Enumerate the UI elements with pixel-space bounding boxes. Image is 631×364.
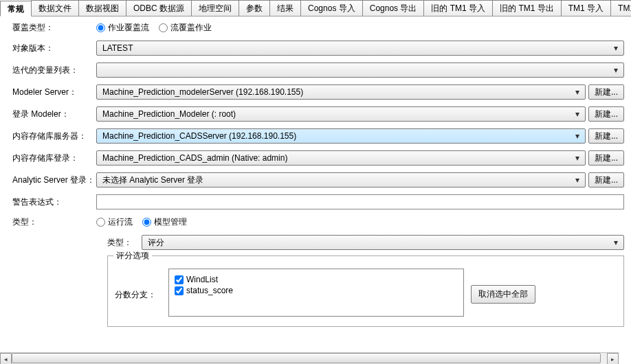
score-item-status-score-label: status_score bbox=[186, 286, 233, 295]
chevron-down-icon: ▾ bbox=[611, 43, 621, 53]
label-override-type: 覆盖类型： bbox=[12, 22, 96, 34]
tab-params[interactable]: 参数 bbox=[239, 0, 270, 16]
combo-login-modeler-value: Machine_Prediction_Modeler (: root) bbox=[102, 109, 573, 119]
tab-old-tm1-export[interactable]: 旧的 TM1 导出 bbox=[492, 0, 562, 16]
combo-modeler-server-value: Machine_Prediction_modelerServer (192.16… bbox=[102, 87, 573, 97]
label-analytic-server-login: Analytic Server 登录： bbox=[12, 174, 96, 186]
label-object-version: 对象版本： bbox=[12, 43, 96, 54]
radio-job-overrides-stream-input[interactable] bbox=[96, 23, 105, 32]
label-content-repo-server: 内容存储库服务器： bbox=[12, 130, 96, 142]
tab-tm1-import[interactable]: TM1 导入 bbox=[561, 0, 611, 16]
label-content-repo-login: 内容存储库登录： bbox=[12, 152, 96, 164]
label-subtype: 类型： bbox=[107, 237, 142, 249]
scroll-thumb[interactable] bbox=[12, 353, 601, 363]
radio-job-overrides-stream[interactable]: 作业覆盖流 bbox=[96, 22, 149, 34]
chevron-down-icon: ▾ bbox=[573, 153, 582, 163]
tab-cognos-import[interactable]: Cognos 导入 bbox=[300, 0, 363, 16]
label-modeler-server: Modeler Server： bbox=[12, 87, 96, 98]
triangle-left-icon: ◂ bbox=[4, 356, 8, 363]
radio-run-stream-input[interactable] bbox=[96, 218, 105, 227]
tab-geospatial[interactable]: 地理空间 bbox=[191, 0, 239, 16]
horizontal-scrollbar[interactable]: ◂ ▸ bbox=[0, 352, 619, 364]
score-item-status-score-checkbox[interactable] bbox=[175, 286, 184, 295]
combo-content-repo-login[interactable]: Machine_Prediction_CADS_admin (Native: a… bbox=[96, 150, 586, 166]
combo-analytic-server-login-value: 未选择 Analytic Server 登录 bbox=[102, 174, 573, 186]
scroll-left-button[interactable]: ◂ bbox=[0, 353, 12, 364]
score-branch-listbox[interactable]: WindList status_score bbox=[168, 269, 464, 317]
combo-content-repo-server-value: Machine_Prediction_CADSServer (192.168.1… bbox=[102, 131, 573, 141]
chevron-down-icon: ▾ bbox=[573, 131, 582, 141]
combo-analytic-server-login[interactable]: 未选择 Analytic Server 登录 ▾ bbox=[96, 172, 586, 187]
chevron-down-icon: ▾ bbox=[611, 65, 621, 75]
content-area: 覆盖类型： 作业覆盖流 流覆盖作业 对象版本： LATEST ▾ 迭代的变量列表… bbox=[0, 16, 631, 345]
chevron-down-icon: ▾ bbox=[573, 87, 582, 97]
label-score-branch: 分数分支： bbox=[115, 269, 168, 301]
scroll-track[interactable] bbox=[12, 353, 607, 364]
chevron-down-icon: ▾ bbox=[573, 109, 582, 119]
score-options-fieldset: 评分选项 分数分支： WindList status_score 取消选中全部 bbox=[107, 255, 624, 327]
radio-job-overrides-stream-label: 作业覆盖流 bbox=[108, 22, 149, 34]
radio-model-management-label: 模型管理 bbox=[154, 216, 187, 228]
new-content-repo-login-button[interactable]: 新建... bbox=[588, 150, 624, 166]
radio-stream-overrides-job-input[interactable] bbox=[159, 23, 168, 32]
combo-modeler-server[interactable]: Machine_Prediction_modelerServer (192.16… bbox=[96, 84, 586, 100]
tab-general[interactable]: 常规 bbox=[0, 1, 32, 16]
label-iter-var-list: 迭代的变量列表： bbox=[12, 65, 96, 76]
new-login-modeler-button[interactable]: 新建... bbox=[588, 106, 624, 122]
combo-content-repo-login-value: Machine_Prediction_CADS_admin (Native: a… bbox=[102, 153, 573, 163]
combo-iter-var-list[interactable]: ▾ bbox=[96, 62, 624, 78]
label-login-modeler: 登录 Modeler： bbox=[12, 109, 96, 120]
tab-results[interactable]: 结果 bbox=[269, 0, 301, 16]
combo-content-repo-server[interactable]: Machine_Prediction_CADSServer (192.168.1… bbox=[96, 128, 586, 144]
score-item-windlist[interactable]: WindList bbox=[175, 275, 458, 284]
new-analytic-server-login-button[interactable]: 新建... bbox=[588, 172, 624, 187]
tab-old-tm1-import[interactable]: 旧的 TM1 导入 bbox=[423, 0, 493, 16]
score-item-status-score[interactable]: status_score bbox=[175, 286, 458, 295]
warning-expr-input[interactable] bbox=[96, 194, 624, 209]
combo-subtype[interactable]: 评分 ▾ bbox=[142, 235, 624, 250]
radio-stream-overrides-job-label: 流覆盖作业 bbox=[170, 22, 212, 34]
label-type: 类型： bbox=[12, 216, 96, 228]
radio-model-management[interactable]: 模型管理 bbox=[142, 216, 187, 228]
new-modeler-server-button[interactable]: 新建... bbox=[588, 84, 624, 100]
tab-tm1-export-truncated[interactable]: TM1 导 bbox=[610, 0, 631, 16]
score-item-windlist-checkbox[interactable] bbox=[175, 275, 184, 284]
model-management-panel: 类型： 评分 ▾ 评分选项 分数分支： WindList status_scor… bbox=[107, 235, 624, 327]
score-options-legend: 评分选项 bbox=[113, 250, 152, 262]
radio-stream-overrides-job[interactable]: 流覆盖作业 bbox=[159, 22, 212, 34]
combo-login-modeler[interactable]: Machine_Prediction_Modeler (: root) ▾ bbox=[96, 106, 586, 122]
radio-run-stream-label: 运行流 bbox=[108, 216, 133, 228]
tab-cognos-export[interactable]: Cognos 导出 bbox=[362, 0, 425, 16]
combo-object-version[interactable]: LATEST ▾ bbox=[96, 41, 624, 56]
tab-odbc[interactable]: ODBC 数据源 bbox=[126, 0, 192, 16]
combo-subtype-value: 评分 bbox=[148, 237, 611, 249]
chevron-down-icon: ▾ bbox=[611, 238, 621, 247]
chevron-down-icon: ▾ bbox=[573, 175, 582, 185]
radio-run-stream[interactable]: 运行流 bbox=[96, 216, 133, 228]
triangle-right-icon: ▸ bbox=[611, 356, 615, 363]
label-warning-expr: 警告表达式： bbox=[12, 196, 96, 208]
new-content-repo-server-button[interactable]: 新建... bbox=[588, 128, 624, 144]
combo-object-version-value: LATEST bbox=[102, 43, 611, 53]
tab-bar: 常规 数据文件 数据视图 ODBC 数据源 地理空间 参数 结果 Cognos … bbox=[0, 0, 631, 16]
scroll-right-button[interactable]: ▸ bbox=[607, 353, 619, 364]
tab-data-views[interactable]: 数据视图 bbox=[78, 0, 126, 16]
score-item-windlist-label: WindList bbox=[186, 275, 218, 284]
tab-data-files[interactable]: 数据文件 bbox=[31, 0, 79, 16]
deselect-all-button[interactable]: 取消选中全部 bbox=[471, 285, 535, 304]
radio-model-management-input[interactable] bbox=[142, 218, 151, 227]
